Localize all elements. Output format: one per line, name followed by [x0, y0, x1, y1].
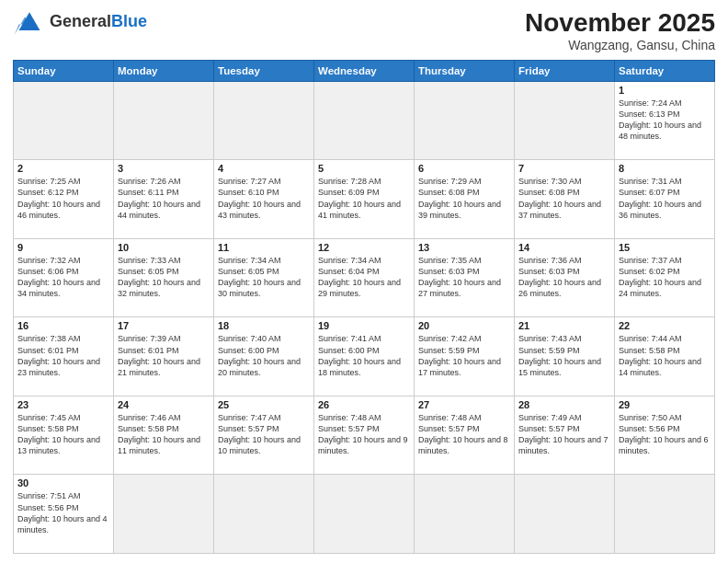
- day-cell-12: 12Sunrise: 7:34 AMSunset: 6:04 PMDayligh…: [314, 238, 415, 317]
- day-cell-9: 9Sunrise: 7:32 AMSunset: 6:06 PMDaylight…: [14, 238, 114, 317]
- calendar-row: 1Sunrise: 7:24 AMSunset: 6:13 PMDaylight…: [14, 81, 715, 160]
- day-number: 19: [318, 320, 410, 331]
- empty-cell: [114, 475, 214, 554]
- day-cell-25: 25Sunrise: 7:47 AMSunset: 5:57 PMDayligh…: [214, 396, 314, 475]
- day-number: 23: [17, 399, 109, 410]
- day-number: 29: [619, 399, 711, 410]
- empty-cell: [415, 475, 515, 554]
- empty-cell: [415, 81, 515, 160]
- day-cell-14: 14Sunrise: 7:36 AMSunset: 6:03 PMDayligh…: [515, 238, 615, 317]
- day-cell-28: 28Sunrise: 7:49 AMSunset: 5:57 PMDayligh…: [515, 396, 615, 475]
- day-cell-11: 11Sunrise: 7:34 AMSunset: 6:05 PMDayligh…: [214, 238, 314, 317]
- day-info: Sunrise: 7:39 AMSunset: 6:01 PMDaylight:…: [118, 333, 210, 378]
- day-number: 14: [518, 242, 610, 253]
- day-number: 30: [17, 477, 109, 488]
- empty-cell: [515, 475, 615, 554]
- day-cell-1: 1Sunrise: 7:24 AMSunset: 6:13 PMDaylight…: [615, 81, 715, 160]
- day-number: 3: [118, 163, 210, 174]
- day-cell-4: 4Sunrise: 7:27 AMSunset: 6:10 PMDaylight…: [214, 160, 314, 239]
- calendar-row: 30Sunrise: 7:51 AMSunset: 5:56 PMDayligh…: [14, 475, 715, 554]
- day-info: Sunrise: 7:48 AMSunset: 5:57 PMDaylight:…: [418, 412, 510, 457]
- day-number: 16: [17, 320, 109, 331]
- day-number: 2: [17, 163, 109, 174]
- day-cell-3: 3Sunrise: 7:26 AMSunset: 6:11 PMDaylight…: [114, 160, 214, 239]
- day-info: Sunrise: 7:47 AMSunset: 5:57 PMDaylight:…: [218, 412, 310, 457]
- day-number: 10: [118, 242, 210, 253]
- day-number: 13: [418, 242, 510, 253]
- weekday-header-row: Sunday Monday Tuesday Wednesday Thursday…: [14, 60, 715, 81]
- day-number: 18: [218, 320, 310, 331]
- empty-cell: [114, 81, 214, 160]
- day-info: Sunrise: 7:48 AMSunset: 5:57 PMDaylight:…: [318, 412, 410, 457]
- empty-cell: [14, 81, 114, 160]
- day-number: 17: [118, 320, 210, 331]
- day-cell-16: 16Sunrise: 7:38 AMSunset: 6:01 PMDayligh…: [14, 317, 114, 396]
- header-friday: Friday: [515, 60, 615, 81]
- calendar-row: 9Sunrise: 7:32 AMSunset: 6:06 PMDaylight…: [14, 238, 715, 317]
- day-cell-27: 27Sunrise: 7:48 AMSunset: 5:57 PMDayligh…: [415, 396, 515, 475]
- day-info: Sunrise: 7:35 AMSunset: 6:03 PMDaylight:…: [418, 255, 510, 300]
- empty-cell: [615, 475, 715, 554]
- day-cell-26: 26Sunrise: 7:48 AMSunset: 5:57 PMDayligh…: [314, 396, 415, 475]
- day-info: Sunrise: 7:36 AMSunset: 6:03 PMDaylight:…: [518, 255, 610, 300]
- calendar-row: 23Sunrise: 7:45 AMSunset: 5:58 PMDayligh…: [14, 396, 715, 475]
- generalblue-icon: [13, 9, 46, 35]
- day-number: 7: [518, 163, 610, 174]
- month-title: November 2025: [525, 9, 715, 38]
- day-info: Sunrise: 7:38 AMSunset: 6:01 PMDaylight:…: [17, 333, 109, 378]
- header-saturday: Saturday: [615, 60, 715, 81]
- day-number: 11: [218, 242, 310, 253]
- day-info: Sunrise: 7:49 AMSunset: 5:57 PMDaylight:…: [518, 412, 610, 457]
- day-cell-6: 6Sunrise: 7:29 AMSunset: 6:08 PMDaylight…: [415, 160, 515, 239]
- day-info: Sunrise: 7:41 AMSunset: 6:00 PMDaylight:…: [318, 333, 410, 378]
- day-number: 15: [619, 242, 711, 253]
- header-wednesday: Wednesday: [314, 60, 415, 81]
- day-number: 25: [218, 399, 310, 410]
- day-cell-17: 17Sunrise: 7:39 AMSunset: 6:01 PMDayligh…: [114, 317, 214, 396]
- empty-cell: [214, 81, 314, 160]
- day-info: Sunrise: 7:44 AMSunset: 5:58 PMDaylight:…: [619, 333, 711, 378]
- day-number: 5: [318, 163, 410, 174]
- logo: GeneralBlue: [13, 9, 147, 35]
- day-info: Sunrise: 7:40 AMSunset: 6:00 PMDaylight:…: [218, 333, 310, 378]
- day-info: Sunrise: 7:26 AMSunset: 6:11 PMDaylight:…: [118, 176, 210, 221]
- day-info: Sunrise: 7:28 AMSunset: 6:09 PMDaylight:…: [318, 176, 410, 221]
- day-info: Sunrise: 7:33 AMSunset: 6:05 PMDaylight:…: [118, 255, 210, 300]
- day-cell-7: 7Sunrise: 7:30 AMSunset: 6:08 PMDaylight…: [515, 160, 615, 239]
- day-cell-24: 24Sunrise: 7:46 AMSunset: 5:58 PMDayligh…: [114, 396, 214, 475]
- day-number: 20: [418, 320, 510, 331]
- day-info: Sunrise: 7:25 AMSunset: 6:12 PMDaylight:…: [17, 176, 109, 221]
- day-info: Sunrise: 7:31 AMSunset: 6:07 PMDaylight:…: [619, 176, 711, 221]
- day-cell-22: 22Sunrise: 7:44 AMSunset: 5:58 PMDayligh…: [615, 317, 715, 396]
- empty-cell: [214, 475, 314, 554]
- day-cell-5: 5Sunrise: 7:28 AMSunset: 6:09 PMDaylight…: [314, 160, 415, 239]
- day-info: Sunrise: 7:30 AMSunset: 6:08 PMDaylight:…: [518, 176, 610, 221]
- day-info: Sunrise: 7:51 AMSunset: 5:56 PMDaylight:…: [17, 490, 109, 535]
- header-tuesday: Tuesday: [214, 60, 314, 81]
- day-info: Sunrise: 7:24 AMSunset: 6:13 PMDaylight:…: [619, 98, 711, 143]
- calendar-table: Sunday Monday Tuesday Wednesday Thursday…: [13, 60, 715, 554]
- day-info: Sunrise: 7:46 AMSunset: 5:58 PMDaylight:…: [118, 412, 210, 457]
- day-cell-30: 30Sunrise: 7:51 AMSunset: 5:56 PMDayligh…: [14, 475, 114, 554]
- empty-cell: [314, 81, 415, 160]
- day-cell-21: 21Sunrise: 7:43 AMSunset: 5:59 PMDayligh…: [515, 317, 615, 396]
- header: GeneralBlue November 2025 Wangzang, Gans…: [13, 9, 715, 52]
- empty-cell: [515, 81, 615, 160]
- day-number: 22: [619, 320, 711, 331]
- day-number: 27: [418, 399, 510, 410]
- day-cell-13: 13Sunrise: 7:35 AMSunset: 6:03 PMDayligh…: [415, 238, 515, 317]
- svg-marker-0: [19, 12, 40, 30]
- header-thursday: Thursday: [415, 60, 515, 81]
- day-info: Sunrise: 7:45 AMSunset: 5:58 PMDaylight:…: [17, 412, 109, 457]
- day-info: Sunrise: 7:27 AMSunset: 6:10 PMDaylight:…: [218, 176, 310, 221]
- calendar-row: 2Sunrise: 7:25 AMSunset: 6:12 PMDaylight…: [14, 160, 715, 239]
- day-info: Sunrise: 7:50 AMSunset: 5:56 PMDaylight:…: [619, 412, 711, 457]
- day-number: 12: [318, 242, 410, 253]
- day-cell-2: 2Sunrise: 7:25 AMSunset: 6:12 PMDaylight…: [14, 160, 114, 239]
- day-info: Sunrise: 7:42 AMSunset: 5:59 PMDaylight:…: [418, 333, 510, 378]
- day-number: 24: [118, 399, 210, 410]
- empty-cell: [314, 475, 415, 554]
- day-number: 1: [619, 85, 711, 96]
- day-number: 28: [518, 399, 610, 410]
- day-info: Sunrise: 7:43 AMSunset: 5:59 PMDaylight:…: [518, 333, 610, 378]
